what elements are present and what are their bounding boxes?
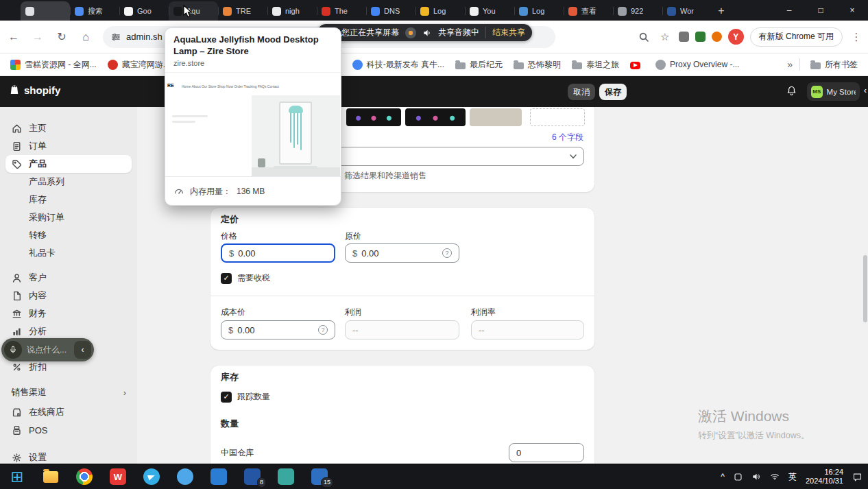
product-thumbnail[interactable] bbox=[346, 108, 401, 126]
notifications-bell-icon[interactable] bbox=[786, 85, 797, 99]
zoom-search-icon[interactable] bbox=[636, 29, 651, 45]
shopify-logo[interactable]: shopify bbox=[8, 84, 60, 96]
taskbar-app-button[interactable] bbox=[42, 468, 60, 486]
volume-icon[interactable] bbox=[751, 472, 761, 481]
browser-tab[interactable] bbox=[21, 1, 70, 21]
site-settings-icon[interactable] bbox=[111, 32, 121, 42]
taskbar-app-button[interactable] bbox=[210, 468, 228, 486]
extension-icon-3[interactable] bbox=[712, 32, 722, 42]
browser-tab[interactable]: nigh bbox=[267, 1, 317, 21]
fields-count-link[interactable]: 6 个字段 bbox=[552, 132, 583, 143]
maximize-button[interactable]: □ bbox=[805, 0, 836, 21]
charge-tax-row[interactable]: ✓ 需要收税 bbox=[221, 272, 270, 284]
taskbar-app-button[interactable] bbox=[75, 468, 93, 486]
all-bookmarks-button[interactable]: 所有书签 bbox=[807, 57, 861, 73]
sidebar-item-settings[interactable]: 设置 bbox=[5, 449, 132, 464]
back-icon[interactable]: ← bbox=[3, 27, 24, 47]
taskbar-app-button[interactable] bbox=[143, 468, 160, 486]
bookmark-item[interactable] bbox=[627, 58, 648, 71]
sidebar-item[interactable]: 采购订单 bbox=[5, 208, 132, 226]
taskbar-app-button[interactable] bbox=[176, 468, 194, 486]
browser-tab[interactable]: 搜索 bbox=[70, 1, 119, 21]
browser-tab[interactable]: Log bbox=[415, 1, 465, 21]
home-icon[interactable]: ⌂ bbox=[75, 27, 96, 47]
browser-tab[interactable]: Log bbox=[514, 1, 564, 21]
browser-tab[interactable]: You bbox=[465, 1, 514, 21]
store-menu[interactable]: MS My Store bbox=[807, 82, 860, 101]
taskbar-app-button[interactable] bbox=[8, 468, 26, 486]
chrome-update-chip[interactable]: 有新版 Chrome 可用 bbox=[750, 27, 843, 47]
bookmark-item[interactable]: 恐怖黎明 bbox=[510, 57, 564, 73]
bookmarks-overflow-icon[interactable]: » bbox=[787, 59, 793, 70]
extension-icon-1[interactable] bbox=[679, 32, 689, 42]
sidebar-item[interactable]: 订单 bbox=[5, 137, 132, 155]
close-button[interactable]: × bbox=[836, 0, 868, 21]
bookmark-item[interactable]: 最后纪元 bbox=[452, 57, 506, 73]
reload-icon[interactable]: ↻ bbox=[51, 27, 72, 47]
compare-at-price-input[interactable]: $ 0.00 ? bbox=[345, 243, 459, 263]
profile-avatar[interactable]: Y bbox=[728, 29, 744, 45]
forward-icon[interactable]: → bbox=[27, 27, 48, 47]
collapse-panel-icon[interactable]: ‹ bbox=[864, 85, 867, 95]
bookmark-item[interactable]: Proxy Overview -... bbox=[652, 58, 743, 72]
track-quantity-row[interactable]: ✓ 跟踪数量 bbox=[221, 391, 270, 403]
browser-tab[interactable]: 922 bbox=[613, 1, 662, 21]
track-quantity-checkbox[interactable]: ✓ bbox=[221, 392, 232, 403]
input-language-indicator[interactable]: 英 bbox=[788, 471, 797, 483]
collapse-widget-button[interactable]: ‹ bbox=[74, 341, 91, 359]
bookmark-star-icon[interactable]: ☆ bbox=[658, 29, 673, 45]
save-button[interactable]: 保存 bbox=[599, 84, 627, 100]
tray-app-icon[interactable] bbox=[734, 473, 743, 481]
page-scrollbar[interactable] bbox=[863, 255, 867, 322]
bookmark-item[interactable]: 藏宝湾网游... bbox=[104, 57, 173, 73]
sidebar-item[interactable]: 在线商店 bbox=[5, 403, 132, 421]
sidebar-item[interactable]: 转移 bbox=[5, 226, 132, 244]
sidebar-section-sales-channels[interactable]: 销售渠道 › bbox=[11, 384, 126, 401]
network-icon[interactable] bbox=[770, 472, 780, 481]
sidebar-item[interactable]: 内容 bbox=[5, 287, 132, 305]
charge-tax-checkbox[interactable]: ✓ bbox=[221, 273, 232, 284]
product-thumbnail[interactable] bbox=[405, 108, 466, 126]
bookmark-item[interactable]: 雪糕资源网 - 全网... bbox=[7, 57, 100, 73]
cost-input[interactable]: $ 0.00 ? bbox=[221, 320, 335, 339]
sidebar-item[interactable]: 礼品卡 bbox=[5, 244, 132, 262]
discard-button[interactable]: 取消 bbox=[568, 84, 595, 100]
taskbar-clock[interactable]: 16:24 2024/10/31 bbox=[806, 468, 843, 486]
browser-tab[interactable]: Goo bbox=[119, 1, 169, 21]
tray-expand-icon[interactable]: ^ bbox=[721, 472, 725, 481]
sidebar-item[interactable]: 产品 bbox=[5, 155, 132, 173]
help-icon[interactable]: ? bbox=[318, 325, 328, 335]
action-center-icon[interactable] bbox=[852, 472, 863, 482]
sidebar-item[interactable]: 产品系列 bbox=[5, 173, 132, 191]
browser-tab[interactable]: Wor bbox=[662, 1, 712, 21]
browser-tab[interactable]: Aqu bbox=[169, 1, 218, 21]
taskbar-app-button[interactable] bbox=[277, 468, 295, 486]
sidebar-item[interactable]: 客户 bbox=[5, 269, 132, 287]
add-media-tile[interactable] bbox=[530, 108, 585, 126]
browser-menu-icon[interactable]: ⋮ bbox=[849, 29, 864, 45]
extension-icon-2[interactable] bbox=[695, 32, 706, 42]
bookmark-item[interactable]: 科技-最新发布 真牛... bbox=[349, 57, 448, 73]
browser-tab[interactable]: TRE bbox=[218, 1, 267, 21]
bookmark-item[interactable]: 泰坦之旅 bbox=[568, 57, 623, 73]
sidebar-item[interactable]: 财务 bbox=[5, 305, 132, 322]
browser-tab[interactable]: DNS bbox=[366, 1, 415, 21]
sidebar-item[interactable]: 主页 bbox=[5, 119, 132, 137]
price-input[interactable]: $ 0.00 bbox=[221, 243, 335, 263]
browser-tab[interactable]: The bbox=[317, 1, 366, 21]
sidebar-item[interactable]: 库存 bbox=[5, 191, 132, 208]
microphone-icon[interactable] bbox=[4, 341, 22, 359]
stop-sharing-button[interactable]: 结束共享 bbox=[485, 27, 525, 38]
minimize-button[interactable]: – bbox=[773, 0, 805, 21]
help-icon[interactable]: ? bbox=[442, 248, 452, 258]
taskbar-app-button[interactable]: 8 bbox=[243, 468, 261, 486]
sidebar-item[interactable]: POS bbox=[5, 421, 132, 439]
quantity-input[interactable]: 0 bbox=[509, 443, 584, 462]
tab-favicon bbox=[25, 7, 34, 16]
voice-input-widget[interactable]: 说点什么... ‹ bbox=[1, 338, 94, 361]
taskbar-app-button[interactable]: 15 bbox=[311, 468, 328, 486]
product-thumbnail[interactable] bbox=[470, 108, 522, 126]
browser-tab[interactable]: 查看 bbox=[564, 1, 613, 21]
new-tab-button[interactable]: + bbox=[712, 1, 731, 21]
taskbar-app-button[interactable]: W bbox=[109, 468, 127, 486]
